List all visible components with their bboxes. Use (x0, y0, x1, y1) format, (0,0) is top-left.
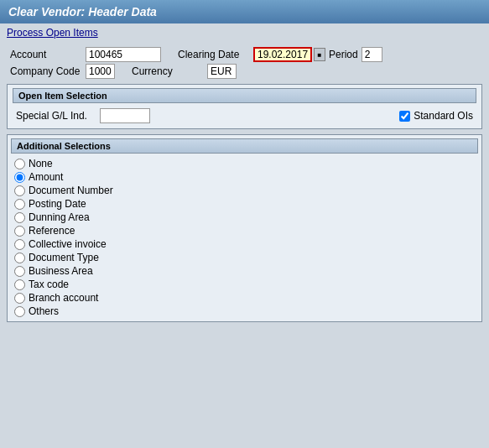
account-input[interactable] (86, 47, 161, 62)
menu-bar[interactable]: Process Open Items (0, 23, 489, 42)
process-open-items-link[interactable]: Process Open Items (7, 27, 98, 39)
radio-others[interactable] (14, 306, 25, 317)
clearing-date-label: Clearing Date (178, 49, 253, 60)
radio-reference[interactable] (14, 226, 25, 237)
special-gl-label: Special G/L Ind. (16, 110, 100, 122)
radio-item-branch_account[interactable]: Branch account (11, 291, 478, 305)
period-input[interactable] (362, 47, 382, 62)
radio-item-document_type[interactable]: Document Type (11, 251, 478, 264)
radio-item-others[interactable]: Others (11, 305, 478, 318)
radio-dunning_area[interactable] (14, 212, 25, 223)
calendar-button[interactable]: ■ (314, 48, 325, 61)
radio-item-posting_date[interactable]: Posting Date (11, 197, 478, 211)
page-title: Clear Vendor: Header Data (8, 5, 157, 18)
radio-posting_date[interactable] (14, 199, 25, 210)
radio-item-amount[interactable]: Amount (11, 170, 478, 184)
radio-label-collective_invoice: Collective invoice (29, 238, 107, 250)
radio-document_type[interactable] (14, 253, 25, 263)
special-gl-input[interactable] (100, 108, 150, 123)
additional-selections-title: Additional Selections (11, 138, 478, 154)
radio-item-reference[interactable]: Reference (11, 224, 478, 237)
radio-item-collective_invoice[interactable]: Collective invoice (11, 237, 478, 251)
standard-ois-label[interactable]: Standard OIs (399, 110, 473, 122)
radio-item-dunning_area[interactable]: Dunning Area (11, 211, 478, 224)
radio-label-tax_code: Tax code (29, 279, 69, 290)
radio-label-dunning_area: Dunning Area (29, 211, 90, 223)
radio-business_area[interactable] (14, 266, 25, 277)
open-item-section-title: Open Item Selection (13, 88, 476, 103)
radio-item-none[interactable]: None (11, 157, 478, 170)
radio-none[interactable] (14, 159, 25, 169)
radio-label-reference: Reference (29, 225, 75, 237)
period-label: Period (329, 49, 358, 60)
radio-label-branch_account: Branch account (29, 292, 98, 304)
currency-label: Currency (132, 65, 207, 77)
radio-label-business_area: Business Area (29, 265, 93, 277)
radio-amount[interactable] (14, 172, 25, 183)
radio-item-business_area[interactable]: Business Area (11, 264, 478, 278)
company-code-label: Company Code (10, 65, 86, 77)
radio-document_number[interactable] (14, 185, 25, 196)
radio-label-document_number: Document Number (29, 185, 113, 196)
radio-branch_account[interactable] (14, 293, 25, 304)
clearing-date-input[interactable] (253, 47, 312, 62)
company-code-input[interactable] (86, 64, 115, 79)
radio-label-document_type: Document Type (29, 252, 99, 263)
radio-tax_code[interactable] (14, 279, 25, 290)
account-label: Account (10, 49, 86, 60)
radio-label-others: Others (29, 305, 59, 317)
currency-input[interactable] (207, 64, 237, 79)
radio-label-none: None (29, 158, 53, 169)
radio-item-document_number[interactable]: Document Number (11, 184, 478, 197)
title-bar: Clear Vendor: Header Data (0, 0, 489, 23)
radio-collective_invoice[interactable] (14, 239, 25, 250)
standard-ois-checkbox[interactable] (399, 111, 410, 122)
radio-label-amount: Amount (29, 171, 63, 183)
radio-label-posting_date: Posting Date (29, 198, 86, 210)
radio-item-tax_code[interactable]: Tax code (11, 278, 478, 291)
